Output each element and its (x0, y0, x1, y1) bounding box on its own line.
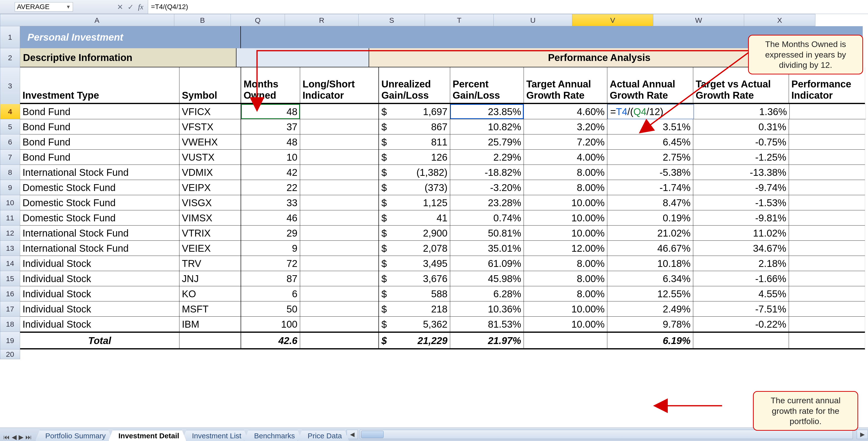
cell-S1[interactable] (378, 26, 449, 48)
cell-Q17[interactable]: 50 (241, 301, 300, 317)
cell-Q12[interactable]: 29 (241, 226, 300, 241)
row-header-9[interactable]: 9 (0, 180, 20, 195)
cell-S8[interactable]: $(1,382) (379, 165, 450, 180)
row-header-14[interactable]: 14 (0, 256, 20, 271)
cell-V7[interactable]: 2.75% (607, 150, 693, 165)
blank-section-header[interactable] (237, 48, 369, 67)
formula-input[interactable]: =T4/(Q4/12) (148, 0, 868, 14)
cell-B16[interactable]: KO (179, 286, 241, 301)
cell-R15[interactable] (300, 271, 379, 286)
cell-A6[interactable]: Bond Fund (20, 135, 179, 150)
cell-T7[interactable]: 2.29% (450, 150, 524, 165)
cell-T6[interactable]: 25.79% (450, 135, 524, 150)
cell-Q6[interactable]: 48 (241, 135, 300, 150)
tab-scroll-left-icon[interactable]: ◀ (347, 430, 358, 439)
cell-A10[interactable]: Domestic Stock Fund (20, 195, 179, 210)
cell-V8[interactable]: -5.38% (607, 165, 693, 180)
cell-U1[interactable] (522, 26, 606, 48)
total-actual-rate[interactable]: 6.19% (607, 332, 693, 349)
cell-V16[interactable]: 12.55% (607, 286, 693, 301)
cell-T5[interactable]: 10.82% (450, 119, 524, 135)
cell-T1[interactable] (449, 26, 522, 48)
cell-R16[interactable] (300, 286, 379, 301)
cell-R11[interactable] (300, 210, 379, 226)
cell-V1[interactable] (606, 26, 691, 48)
sheet-tab-investment-detail[interactable]: Investment Detail (108, 430, 186, 441)
cell-S13[interactable]: $2,078 (379, 241, 450, 256)
cell-V18[interactable]: 9.78% (607, 317, 693, 332)
total-label[interactable]: Total (20, 332, 179, 349)
cell-U7[interactable]: 4.00% (524, 150, 607, 165)
cell-A18[interactable]: Individual Stock (20, 317, 179, 332)
cell-Q8[interactable]: 42 (241, 165, 300, 180)
cell-B15[interactable]: JNJ (179, 271, 241, 286)
cell-W9[interactable]: -9.74% (693, 180, 789, 195)
tab-nav-first-icon[interactable]: ⏮ (3, 433, 10, 441)
row-header-15[interactable]: 15 (0, 271, 20, 286)
cell-U6[interactable]: 7.20% (524, 135, 607, 150)
cell-X11[interactable] (789, 210, 865, 226)
cell-B7[interactable]: VUSTX (179, 150, 241, 165)
cell-T12[interactable]: 50.81% (450, 226, 524, 241)
tab-nav-prev-icon[interactable]: ◀ (12, 433, 17, 441)
row-header-13[interactable]: 13 (0, 241, 20, 256)
horizontal-scrollbar-thumb[interactable] (361, 431, 383, 438)
cell-Q18[interactable]: 100 (241, 317, 300, 332)
cell-U12[interactable]: 10.00% (524, 226, 607, 241)
row-header-3[interactable]: 3 (0, 67, 20, 104)
cell-S16[interactable]: $588 (379, 286, 450, 301)
row-header-18[interactable]: 18 (0, 317, 20, 332)
cell-W7[interactable]: -1.25% (693, 150, 789, 165)
cell-T18[interactable]: 81.53% (450, 317, 524, 332)
confirm-edit-button[interactable]: ✓ (127, 3, 134, 11)
cell-U18[interactable]: 10.00% (524, 317, 607, 332)
cell-U13[interactable]: 12.00% (524, 241, 607, 256)
descriptive-info-header[interactable]: Descriptive Information (20, 48, 237, 67)
cell-T14[interactable]: 61.09% (450, 256, 524, 271)
cancel-edit-button[interactable]: ✕ (117, 3, 123, 11)
cell-R17[interactable] (300, 301, 379, 317)
cell-B11[interactable]: VIMSX (179, 210, 241, 226)
cell-U8[interactable]: 8.00% (524, 165, 607, 180)
cell-X16[interactable] (789, 286, 865, 301)
tab-nav-last-icon[interactable]: ⏭ (26, 433, 32, 441)
row-header-12[interactable]: 12 (0, 226, 20, 241)
cell-U11[interactable]: 10.00% (524, 210, 607, 226)
cell-U9[interactable]: 8.00% (524, 180, 607, 195)
cell-W6[interactable]: -0.75% (693, 135, 789, 150)
cell-V4[interactable]: =T4/(Q4/12) (607, 104, 694, 119)
total-unrealized[interactable]: $21,229 (379, 332, 450, 349)
cell-B13[interactable]: VEIEX (179, 241, 241, 256)
cell-S6[interactable]: $811 (379, 135, 450, 150)
cell-T11[interactable]: 0.74% (450, 210, 524, 226)
cell-A15[interactable]: Individual Stock (20, 271, 179, 286)
cell-W14[interactable]: 2.18% (693, 256, 789, 271)
spreadsheet-grid[interactable]: A B Q R S T U V W X 1 Personal Investmen… (0, 14, 868, 359)
col-header-V[interactable]: V (572, 14, 653, 26)
cell-R9[interactable] (300, 180, 379, 195)
cell-R8[interactable] (300, 165, 379, 180)
cell-W15[interactable]: -1.66% (693, 271, 789, 286)
row-header-1[interactable]: 1 (0, 26, 20, 48)
name-box-dropdown-icon[interactable]: ▼ (66, 4, 71, 10)
cell-T9[interactable]: -3.20% (450, 180, 524, 195)
cell-R1[interactable] (300, 26, 378, 48)
row-header-5[interactable]: 5 (0, 119, 20, 135)
cell-Q5[interactable]: 37 (241, 119, 300, 135)
col-header-Q[interactable]: Q (231, 14, 285, 26)
cell-Q16[interactable]: 6 (241, 286, 300, 301)
cell-X4[interactable] (790, 104, 866, 119)
cell-B5[interactable]: VFSTX (179, 119, 241, 135)
cell-S12[interactable]: $2,900 (379, 226, 450, 241)
col-header-X[interactable]: X (744, 14, 815, 26)
cell-Q1[interactable] (241, 26, 300, 48)
cell-X9[interactable] (789, 180, 865, 195)
cell-V6[interactable]: 6.45% (607, 135, 693, 150)
cell-X5[interactable] (789, 119, 865, 135)
col-header-R[interactable]: R (285, 14, 359, 26)
hdr-actual-rate[interactable]: Actual Annual Growth Rate (607, 67, 693, 104)
cell-V15[interactable]: 6.34% (607, 271, 693, 286)
cell-B14[interactable]: TRV (179, 256, 241, 271)
row-header-7[interactable]: 7 (0, 150, 20, 165)
cell-R7[interactable] (300, 150, 379, 165)
